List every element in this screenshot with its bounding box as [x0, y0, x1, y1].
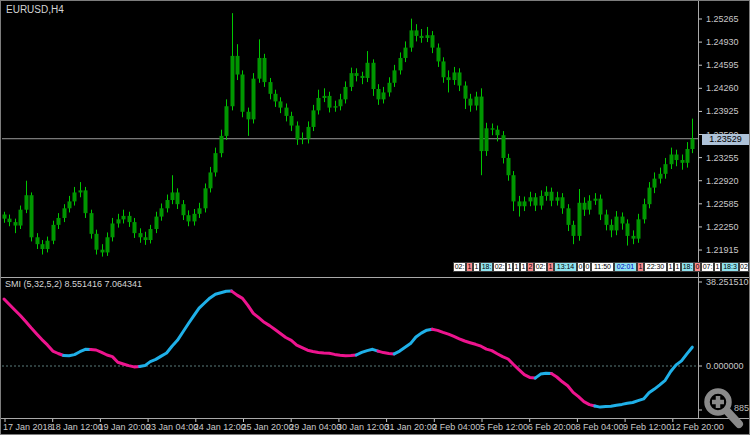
candle-body	[464, 86, 468, 99]
candle-body	[128, 216, 132, 222]
price-axis-label: 1.24595	[706, 60, 739, 70]
time-axis-label: 25 Jan 20:00	[242, 422, 294, 432]
candle-body	[496, 130, 500, 136]
candle-body	[691, 139, 695, 149]
candle-body	[312, 110, 316, 127]
candle-body	[220, 136, 224, 153]
candle-body	[670, 155, 674, 165]
news-strip-box: 0	[694, 262, 701, 272]
panel-separator	[1, 277, 750, 278]
candle-body	[550, 192, 554, 201]
candle-body	[529, 197, 533, 201]
candle-body	[572, 225, 576, 236]
candle-body	[377, 89, 381, 99]
candle-body	[166, 200, 170, 208]
candle-body	[274, 94, 278, 102]
price-axis-label: 1.25265	[706, 14, 739, 24]
candle-body	[63, 208, 67, 218]
candle-body	[117, 219, 121, 223]
chart-canvas[interactable]	[1, 1, 750, 435]
time-axis-divider	[1, 418, 750, 419]
candle-body	[382, 92, 386, 99]
news-strip-box: 1	[637, 262, 644, 272]
candle-body	[339, 99, 343, 106]
candle-body	[193, 214, 197, 222]
candle-body	[637, 219, 641, 238]
candle-body	[344, 87, 348, 99]
candle-body	[545, 192, 549, 196]
candle-body	[415, 30, 419, 36]
candle-body	[41, 244, 45, 249]
candle-body	[209, 172, 213, 188]
candle-body	[155, 217, 159, 229]
smi-line-segment-magenta	[551, 374, 594, 407]
candle-body	[19, 210, 23, 226]
time-axis-label: 30 Jan 12:00	[337, 422, 389, 432]
candle-body	[675, 155, 679, 161]
candle-body	[431, 35, 435, 47]
smi-line-segment-cyan	[595, 347, 693, 407]
candle-body	[317, 98, 321, 110]
time-axis-label: 24 Jan 12:00	[194, 422, 246, 432]
candle-body	[73, 192, 77, 201]
news-strip-box: 0	[584, 262, 591, 272]
indicator-zero-label: 0.000000	[706, 361, 744, 371]
candle-body	[567, 208, 571, 225]
candle-body	[502, 135, 506, 158]
candle-body	[30, 195, 34, 237]
candle-body	[388, 83, 392, 93]
news-strip-box: 02	[739, 262, 749, 272]
time-axis-label: 9 Feb 12:00	[623, 422, 671, 432]
news-strip-box: 13:14	[554, 262, 577, 272]
indicator-max-label: 38.251510	[706, 277, 749, 287]
candle-body	[594, 199, 598, 201]
smi-line-segment-cyan	[535, 373, 551, 378]
candle-body	[8, 219, 12, 222]
news-strip-box: 2	[527, 262, 534, 272]
candle-body	[160, 208, 164, 216]
candle-body	[79, 190, 83, 192]
candle-body	[139, 233, 143, 237]
candle-body	[106, 237, 110, 252]
smi-line-segment-magenta	[432, 329, 535, 378]
news-strip-box: 0	[577, 262, 584, 272]
candle-body	[258, 58, 262, 79]
candle-body	[372, 63, 376, 89]
candle-body	[214, 153, 218, 172]
news-strip-box: 11:50	[591, 262, 614, 272]
candle-body	[491, 128, 495, 129]
candle-body	[14, 222, 18, 225]
candle-body	[453, 72, 457, 80]
time-axis-label: 8 Feb 04:00	[575, 422, 623, 432]
indicator-label: SMI (5,32,5,2) 8.551416 7.064341	[5, 279, 142, 290]
news-strip-box: 1	[667, 262, 674, 272]
candle-body	[225, 106, 229, 136]
time-axis-label: 5 Feb 12:00	[480, 422, 528, 432]
candle-body	[171, 192, 175, 200]
magnifier-icon[interactable]	[699, 385, 749, 433]
candle-body	[90, 213, 94, 234]
candle-body	[659, 174, 663, 179]
candle-body	[599, 199, 603, 215]
candle-body	[323, 96, 327, 98]
candle-body	[176, 192, 180, 204]
candle-body	[410, 30, 414, 47]
candle-body	[263, 58, 267, 82]
candle-body	[52, 225, 56, 241]
news-strip-box: 18:	[681, 262, 694, 272]
smi-line-segment-cyan	[356, 349, 378, 355]
candle-body	[588, 201, 592, 210]
time-axis-label: 23 Jan 04:00	[146, 422, 198, 432]
price-axis-label: 1.23255	[706, 153, 739, 163]
candle-body	[664, 164, 668, 174]
candle-body	[144, 237, 148, 240]
candle-body	[307, 127, 311, 139]
candle-body	[480, 97, 484, 151]
smi-line-segment-cyan	[64, 349, 91, 355]
symbol-timeframe-label: EURUSD,H4	[6, 4, 64, 15]
candle-body	[247, 112, 251, 120]
candle-body	[328, 96, 332, 108]
smi-line-segment-magenta	[4, 299, 64, 356]
candle-body	[133, 222, 137, 233]
candle-body	[204, 188, 208, 208]
